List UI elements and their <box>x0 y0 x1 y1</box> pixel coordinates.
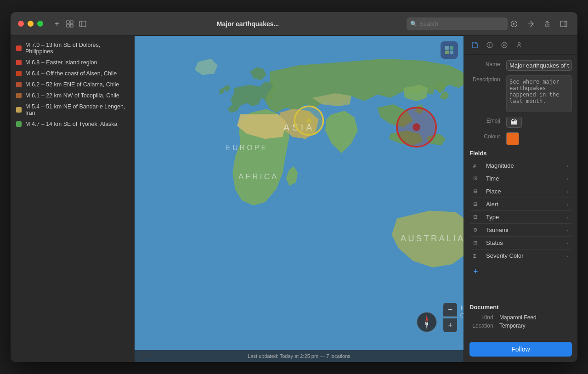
tab-info1[interactable] <box>484 40 495 51</box>
chevron-right-icon: › <box>566 189 568 194</box>
field-type-icon: ⊡ <box>473 176 482 181</box>
svg-text:AFRICA: AFRICA <box>238 172 279 181</box>
field-name: Tsunami <box>486 227 566 233</box>
earthquake-label: M 6.2 – 52 km ENE of Calama, Chile <box>25 81 119 88</box>
field-row[interactable]: ⊟ Place › <box>469 185 572 198</box>
back-button[interactable] <box>508 17 520 30</box>
panel-toggle-button[interactable] <box>557 17 570 30</box>
new-tab-button[interactable]: + <box>51 17 63 30</box>
description-textarea[interactable]: See where major earthquakes happened in … <box>506 75 572 112</box>
earthquake-dot <box>16 121 22 127</box>
svg-point-26 <box>502 42 507 48</box>
compass-north-label: N <box>425 321 429 326</box>
map-area[interactable]: ASIA EUROPE AFRICA AUSTRALIA Indian Ocea… <box>135 36 464 362</box>
kind-value: Maparoni Feed <box>499 314 537 321</box>
document-section: Document Kind: Maparoni Feed Location: T… <box>464 298 577 336</box>
location-row: Location: Temporary <box>469 323 572 329</box>
emoji-container: 🏔 <box>506 117 522 128</box>
sidebar-toggle-button[interactable] <box>76 17 89 30</box>
svg-rect-7 <box>560 21 567 27</box>
panel-tabs <box>464 36 577 55</box>
search-input[interactable] <box>407 17 508 30</box>
svg-text:EUROPE: EUROPE <box>226 144 268 152</box>
fields-title: Fields <box>469 150 572 157</box>
navigate-button[interactable] <box>524 17 537 30</box>
map-zoom-controls: − + <box>443 303 457 332</box>
sidebar-item[interactable]: M 6.4 – Off the coast of Aisen, Chile <box>11 68 135 79</box>
earthquake-label: M 6.8 – Easter Island region <box>25 59 97 66</box>
field-type-icon: ⊟ <box>473 214 482 220</box>
share-button[interactable] <box>541 17 554 30</box>
chevron-right-icon: › <box>566 253 568 259</box>
tab-file[interactable] <box>469 40 481 51</box>
map-type-button[interactable] <box>441 41 458 59</box>
sidebar-item[interactable]: M 4.7 – 14 km SE of Tyonek, Alaska <box>11 119 135 130</box>
chevron-right-icon: › <box>566 202 568 207</box>
close-button[interactable] <box>18 21 24 27</box>
field-name: Magnitude <box>486 162 566 169</box>
earthquake-dot <box>16 107 22 113</box>
traffic-lights <box>18 21 43 27</box>
name-input[interactable] <box>506 60 572 71</box>
sidebar: M 7.0 – 13 km SE of Dolores, Philippines… <box>11 36 135 362</box>
zoom-in-button[interactable]: + <box>443 318 457 332</box>
svg-rect-21 <box>450 46 453 50</box>
svg-point-27 <box>503 44 505 46</box>
main-content: M 7.0 – 13 km SE of Dolores, Philippines… <box>11 36 577 362</box>
field-type-icon: ⊟ <box>473 188 482 194</box>
main-window: + Major earthquakes... 🔍 <box>11 12 577 362</box>
field-row[interactable]: ⊡ Time › <box>469 172 572 185</box>
sidebar-item[interactable]: M 6.2 – 52 km ENE of Calama, Chile <box>11 79 135 90</box>
field-row[interactable]: ⊡ Status › <box>469 237 572 249</box>
earthquake-label: M 6.1 – 22 km NW of Tocopilla, Chile <box>25 92 119 99</box>
svg-rect-20 <box>445 46 449 50</box>
colour-label: Colour: <box>469 132 506 140</box>
sidebar-item[interactable]: M 5.4 – 51 km NE of Bandar-e Lengeh, Ira… <box>11 101 135 119</box>
name-row: Name: <box>469 60 572 71</box>
right-panel: Name: Description: See where major earth… <box>464 36 577 362</box>
sidebar-item[interactable]: M 6.8 – Easter Island region <box>11 57 135 68</box>
minimize-button[interactable] <box>28 21 34 27</box>
color-swatch[interactable] <box>506 132 519 145</box>
field-type-icon: Σ <box>473 253 482 259</box>
add-field-button[interactable]: + <box>469 265 482 278</box>
svg-point-28 <box>518 43 520 45</box>
emoji-value[interactable]: 🏔 <box>506 117 522 128</box>
earthquake-dot <box>16 93 22 98</box>
svg-rect-3 <box>70 24 73 27</box>
earthquake-dot <box>16 82 22 87</box>
field-row[interactable]: # Magnitude › <box>469 159 572 172</box>
svg-point-17 <box>306 118 311 123</box>
sidebar-item[interactable]: M 7.0 – 13 km SE of Dolores, Philippines <box>11 40 135 57</box>
description-row: Description: See where major earthquakes… <box>469 75 572 112</box>
svg-text:Ocean: Ocean <box>460 312 464 319</box>
earthquake-dot <box>16 60 22 65</box>
field-row[interactable]: ⊟ Alert › <box>469 198 572 211</box>
svg-rect-1 <box>70 21 73 23</box>
field-row[interactable]: ⊙ Tsunami › <box>469 224 572 237</box>
field-row[interactable]: ⊟ Type › <box>469 211 572 224</box>
panel-content: Name: Description: See where major earth… <box>464 55 577 298</box>
field-name: Time <box>486 175 566 182</box>
earthquake-label: M 6.4 – Off the coast of Aisen, Chile <box>25 70 117 77</box>
tab-info3[interactable] <box>514 40 525 51</box>
earthquake-dot <box>16 71 22 76</box>
kind-label: Kind: <box>469 314 499 321</box>
status-bar: Last updated: Today at 2:25 pm — 7 locat… <box>135 350 464 362</box>
svg-rect-4 <box>79 21 86 27</box>
field-type-icon: ⊡ <box>473 240 482 246</box>
status-text: Last updated: Today at 2:25 pm — 7 locat… <box>248 353 351 359</box>
follow-button[interactable]: Follow <box>469 342 572 357</box>
field-row[interactable]: Σ Severity Color › <box>469 249 572 262</box>
field-name: Type <box>486 214 566 221</box>
plus-icon: + <box>448 321 453 330</box>
colour-row: Colour: <box>469 132 572 145</box>
sidebar-item[interactable]: M 6.1 – 22 km NW of Tocopilla, Chile <box>11 90 135 101</box>
zoom-out-button[interactable]: − <box>443 303 457 317</box>
window-title: Major earthquakes... <box>89 20 407 28</box>
tab-info2[interactable] <box>499 40 510 51</box>
earthquake-label: M 7.0 – 13 km SE of Dolores, Philippines <box>25 42 129 55</box>
chevron-right-icon: › <box>566 163 568 169</box>
library-button[interactable] <box>63 17 76 30</box>
maximize-button[interactable] <box>37 21 43 27</box>
